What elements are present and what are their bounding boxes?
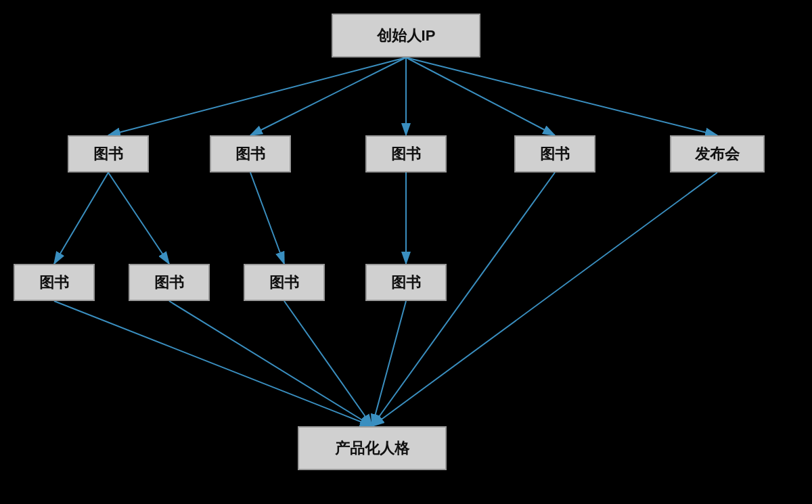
node-b5: 图书 (14, 264, 95, 301)
node-launch: 发布会 (670, 135, 765, 173)
svg-line-12 (284, 301, 372, 426)
node-b3: 图书 (365, 135, 447, 173)
svg-line-13 (372, 301, 406, 426)
svg-line-5 (406, 58, 717, 135)
node-b6: 图书 (129, 264, 210, 301)
svg-line-7 (108, 173, 169, 264)
node-b1: 图书 (68, 135, 149, 173)
svg-line-8 (250, 173, 284, 264)
svg-line-2 (250, 58, 406, 135)
svg-line-11 (169, 301, 372, 426)
node-b7: 图书 (244, 264, 325, 301)
node-b4: 图书 (514, 135, 595, 173)
svg-line-6 (54, 173, 108, 264)
node-product: 产品化人格 (298, 426, 447, 470)
node-root: 创始人IP (332, 14, 480, 58)
svg-line-1 (108, 58, 406, 135)
svg-line-4 (406, 58, 555, 135)
node-b2: 图书 (210, 135, 291, 173)
diagram-canvas: 创始人IP图书图书图书图书发布会图书图书图书图书产品化人格 (0, 0, 812, 504)
node-b8: 图书 (365, 264, 447, 301)
svg-line-10 (54, 301, 372, 426)
